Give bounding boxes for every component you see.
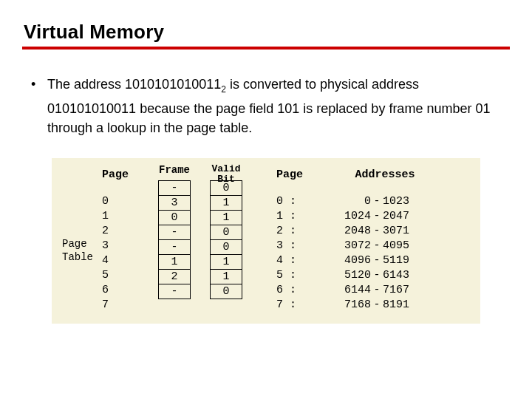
addr-page-column: Page 0 : 1 : 2 : 3 : 4 : 5 : 6 : 7 :: [276, 168, 325, 313]
pt-label-1: Page: [62, 237, 102, 250]
frame-col-header: Frame: [159, 164, 190, 179]
colon: :: [290, 269, 296, 282]
page-idx: 2: [102, 225, 109, 237]
addr-lo: 0: [330, 195, 371, 210]
virtual-address: 1010101010011: [125, 77, 221, 92]
addr-lo: 1024: [330, 210, 371, 225]
physical-address: 010101010011: [47, 101, 136, 116]
table-row: 3: [102, 239, 154, 254]
table-row: 7 :: [276, 299, 325, 313]
dash: -: [371, 239, 383, 254]
page-index-column: Page 0 1 2 3 4 5 6 7: [102, 168, 154, 313]
page-table-side-label: Page Table: [62, 168, 102, 313]
addr-page-idx: 4: [276, 254, 283, 267]
table-row: 3072-4095: [330, 239, 448, 254]
addr-page-idx: 3: [276, 239, 283, 252]
dash: -: [371, 269, 383, 284]
addr-lo: 7168: [330, 299, 371, 313]
page-idx: 3: [102, 239, 109, 252]
table-row: 5 :: [276, 269, 325, 284]
frame-table: - 3 0 - - 1 2 -: [158, 180, 191, 299]
addr-hi: 7167: [383, 284, 424, 299]
slide: Virtual Memory • The address 10101010100…: [0, 0, 532, 338]
valid-cell: 1: [211, 211, 242, 225]
addr-hi: 6143: [383, 269, 424, 284]
table-row: 2048-3071: [330, 225, 448, 239]
table-row: 1024-2047: [330, 210, 448, 225]
para-mid: is converted to physical address: [226, 77, 419, 92]
frame-cell: -: [159, 181, 190, 196]
table-row: 2 :: [276, 225, 325, 239]
addr-range-column: Addresses 0-1023 1024-2047 2048-3071 307…: [330, 168, 448, 313]
page-idx: 5: [102, 269, 109, 282]
addr-hi: 8191: [383, 299, 424, 313]
valid-cell: 1: [211, 196, 242, 211]
addresses-header: Addresses: [330, 168, 448, 195]
valid-cell: 0: [211, 225, 242, 240]
frame-cell: 1: [159, 255, 190, 270]
valid-cell: 0: [211, 284, 242, 299]
page-idx: 4: [102, 254, 109, 267]
addr-hi: 4095: [383, 239, 424, 254]
table-row: 0 :: [276, 195, 325, 210]
addresses-block: Page 0 : 1 : 2 : 3 : 4 : 5 : 6 : 7 : Add…: [276, 168, 448, 313]
table-row: 4 :: [276, 254, 325, 269]
table-row: 5120-6143: [330, 269, 448, 284]
colon: :: [290, 195, 296, 208]
valid-table: 0 1 1 0 0 1 1 0: [210, 180, 242, 299]
addr-hi: 5119: [383, 254, 424, 269]
frame-cell: 2: [159, 270, 190, 284]
frame-cell: 0: [159, 211, 190, 225]
addr-hi: 3071: [383, 225, 424, 239]
addr-lo: 2048: [330, 225, 371, 239]
table-row: 3 :: [276, 239, 325, 254]
colon: :: [290, 299, 296, 311]
table-row: 6: [102, 284, 154, 299]
addr-hi: 1023: [383, 195, 424, 210]
title-rule: [22, 47, 510, 50]
table-row: 6144-7167: [330, 284, 448, 299]
valid-bit-column: Valid Bit 0 1 1 0 0 1 1 0: [204, 164, 248, 309]
page-table-figure: Page Table Page 0 1 2 3 4 5 6 7 Frame - …: [52, 158, 480, 324]
bullet-icon: •: [31, 75, 47, 94]
page-idx: 0: [102, 195, 109, 208]
colon: :: [290, 210, 296, 222]
addr-lo: 6144: [330, 284, 371, 299]
addr-lo: 4096: [330, 254, 371, 269]
page-col-header: Page: [102, 168, 154, 195]
table-row: 1 :: [276, 210, 325, 225]
table-row: 2: [102, 225, 154, 239]
dash: -: [371, 284, 383, 299]
page-title: Virtual Memory: [24, 21, 510, 44]
colon: :: [290, 284, 296, 296]
frame-cell: -: [159, 225, 190, 240]
dash: -: [371, 225, 383, 239]
dash: -: [371, 299, 383, 313]
valid-cell: 1: [211, 270, 242, 284]
addr-page-idx: 6: [276, 284, 283, 296]
addr-page-idx: 2: [276, 225, 283, 237]
paragraph-text: The address 10101010100112 is converted …: [47, 75, 510, 137]
dash: -: [371, 254, 383, 269]
table-row: 5: [102, 269, 154, 284]
valid-cell: 0: [211, 240, 242, 255]
addr-page-idx: 1: [276, 210, 283, 222]
valid-cell: 1: [211, 255, 242, 270]
addr-lo: 5120: [330, 269, 371, 284]
dash: -: [371, 210, 383, 225]
table-row: 0-1023: [330, 195, 448, 210]
page-idx: 6: [102, 284, 109, 296]
addr-page-idx: 5: [276, 269, 283, 282]
page-idx: 1: [102, 210, 109, 222]
page-idx: 7: [102, 299, 109, 311]
table-row: 7168-8191: [330, 299, 448, 313]
table-row: 4: [102, 254, 154, 269]
table-row: 4096-5119: [330, 254, 448, 269]
addr-page-hdr: Page: [276, 168, 325, 195]
frame-cell: -: [159, 284, 190, 299]
table-row: 6 :: [276, 284, 325, 299]
dash: -: [371, 195, 383, 210]
frame-column: Frame - 3 0 - - 1 2 -: [154, 164, 195, 309]
addr-lo: 3072: [330, 239, 371, 254]
table-row: 7: [102, 299, 154, 313]
